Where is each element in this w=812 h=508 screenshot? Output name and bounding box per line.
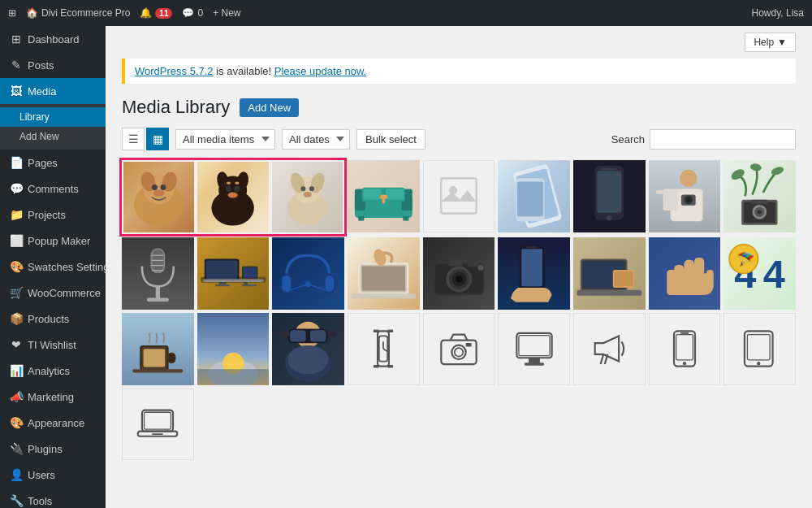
media-item[interactable] (348, 160, 420, 232)
media-item[interactable] (197, 162, 268, 232)
wp-version-link[interactable]: WordPress 5.7.2 (135, 65, 214, 77)
svg-point-57 (749, 163, 762, 172)
sidebar-item-analytics[interactable]: 📊 Analytics (0, 358, 106, 384)
sidebar-item-marketing[interactable]: 📣 Marketing (0, 384, 106, 410)
sidebar-label-tools: Tools (28, 495, 52, 507)
admin-bar: ⊞ 🏠 Divi Ecommerce Pro 🔔 11 💬 0 + New Ho… (0, 0, 812, 26)
svg-rect-135 (388, 365, 394, 367)
update-link[interactable]: Please update now. (274, 65, 366, 77)
media-item-megaphone[interactable] (573, 313, 646, 385)
comments-icon: 💬 (10, 182, 23, 195)
media-item[interactable]: 4 4 🪂 (723, 237, 796, 310)
sidebar-label-marketing: Marketing (28, 391, 74, 403)
list-view-button[interactable]: ☰ (122, 128, 145, 150)
media-item-monitor[interactable] (498, 313, 570, 385)
svg-rect-86 (362, 267, 405, 291)
page-header: Media Library Add New (106, 90, 812, 128)
search-label: Search (611, 133, 645, 145)
media-item[interactable] (122, 313, 194, 385)
media-item-placeholder[interactable] (423, 160, 495, 232)
media-icon: 🖼 (10, 85, 23, 98)
media-item-tablet[interactable] (723, 313, 796, 385)
svg-rect-55 (751, 200, 768, 204)
sidebar-item-popup[interactable]: ⬜ Popup Maker (0, 228, 106, 254)
sidebar-item-products[interactable]: 📦 Products (0, 306, 106, 332)
sidebar-item-dashboard[interactable]: ⊞ Dashboard (0, 26, 106, 52)
wp-icon: ⊞ (8, 7, 16, 19)
help-label: Help (754, 37, 774, 48)
svg-rect-30 (380, 195, 387, 199)
bulk-select-button[interactable]: Bulk select (356, 129, 425, 150)
media-selection-group (122, 160, 344, 234)
sidebar-item-plugins[interactable]: 🔌 Plugins (0, 436, 106, 462)
sidebar-label-popup: Popup Maker (28, 235, 90, 247)
media-item[interactable] (348, 237, 420, 310)
svg-rect-147 (674, 332, 695, 367)
sidebar-item-comments[interactable]: 💬 Comments (0, 176, 106, 202)
media-item[interactable] (498, 160, 570, 232)
media-item[interactable] (649, 160, 721, 232)
media-item[interactable] (423, 237, 495, 310)
add-new-button[interactable]: Add New (240, 98, 299, 117)
sidebar-label-media: Media (28, 85, 56, 98)
site-name-item[interactable]: 🏠 Divi Ecommerce Pro (26, 7, 130, 19)
sidebar-item-library[interactable]: Library (0, 107, 106, 127)
search-input[interactable] (650, 129, 796, 150)
sidebar-item-projects[interactable]: 📁 Projects (0, 202, 106, 228)
grid-view-button[interactable]: ▦ (146, 128, 169, 150)
comments-item[interactable]: 💬 0 (182, 7, 203, 19)
add-new-media-label: Add New (19, 131, 59, 142)
media-type-filter[interactable]: All media items (175, 129, 275, 150)
sidebar-item-pages[interactable]: 📄 Pages (0, 150, 106, 176)
media-item[interactable] (197, 237, 270, 310)
wp-logo-item[interactable]: ⊞ (8, 7, 16, 19)
sidebar-item-woocommerce[interactable]: 🛒 WooCommerce (0, 280, 106, 306)
comment-icon: 💬 (182, 7, 194, 19)
media-item-laptop[interactable] (122, 389, 194, 461)
svg-rect-144 (529, 358, 540, 364)
media-item[interactable] (498, 237, 570, 310)
svg-rect-117 (132, 369, 183, 372)
svg-point-149 (683, 362, 686, 365)
analytics-icon: 📊 (10, 364, 23, 377)
media-item-watch[interactable] (348, 313, 420, 385)
sidebar-item-media[interactable]: 🖼 Media (0, 78, 106, 104)
media-item[interactable] (573, 237, 646, 310)
date-filter[interactable]: All dates (282, 129, 350, 150)
projects-icon: 📁 (10, 208, 23, 221)
library-label: Library (19, 111, 50, 123)
svg-rect-96 (468, 262, 478, 267)
sidebar-item-add-new[interactable]: Add New (0, 127, 106, 146)
help-button[interactable]: Help ▼ (745, 33, 796, 52)
sidebar-item-tools[interactable]: 🔧 Tools (0, 488, 106, 508)
sidebar-item-swatches[interactable]: 🎨 Swatches Settings (0, 254, 106, 280)
svg-point-58 (771, 165, 785, 176)
svg-rect-152 (747, 335, 770, 360)
svg-rect-142 (516, 333, 551, 358)
sidebar-item-users[interactable]: 👤 Users (0, 462, 106, 488)
media-item[interactable] (123, 162, 194, 232)
plugins-icon: 🔌 (10, 442, 23, 455)
add-new-item[interactable]: + New (213, 7, 240, 19)
media-item-camera-icon[interactable] (423, 313, 495, 385)
svg-point-21 (309, 186, 314, 191)
svg-rect-40 (597, 171, 621, 212)
svg-point-15 (235, 181, 240, 184)
media-item[interactable] (573, 160, 646, 232)
media-item[interactable] (122, 237, 194, 310)
media-item-mobile[interactable] (649, 313, 721, 385)
media-item[interactable] (197, 313, 270, 385)
svg-rect-107 (615, 271, 633, 287)
media-item[interactable] (272, 162, 343, 232)
svg-rect-126 (279, 331, 289, 336)
sidebar-item-posts[interactable]: ✎ Posts (0, 52, 106, 78)
media-item[interactable] (272, 237, 344, 310)
media-item[interactable] (272, 313, 344, 385)
sidebar-item-appearance[interactable]: 🎨 Appearance (0, 410, 106, 436)
sidebar-label-users: Users (28, 469, 55, 481)
media-item[interactable] (649, 237, 721, 310)
sidebar-item-wishlist[interactable]: ❤ TI Wishlist (0, 332, 106, 358)
svg-rect-69 (205, 261, 237, 281)
notifications-item[interactable]: 🔔 11 (140, 7, 172, 19)
media-item[interactable] (723, 160, 796, 232)
